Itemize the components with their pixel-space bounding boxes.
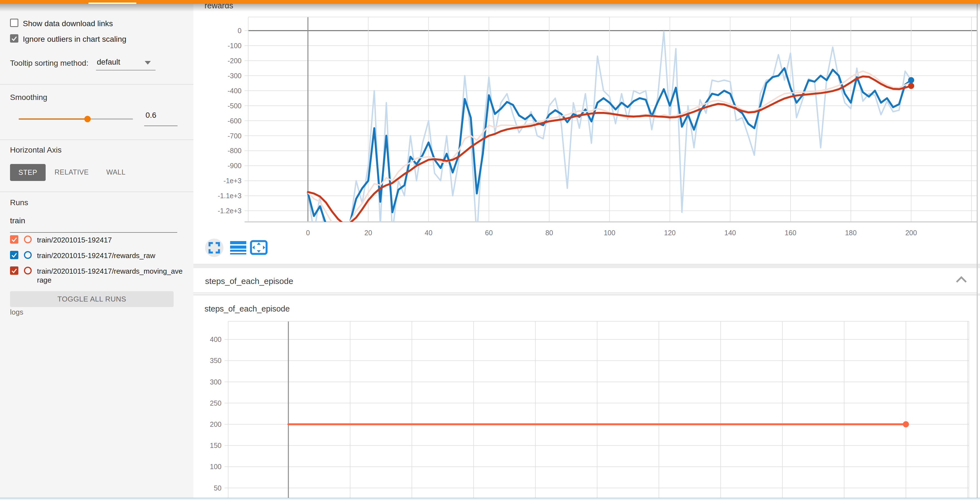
- check-icon: [11, 35, 18, 42]
- runs-label: Runs: [10, 198, 28, 207]
- settings-sidebar: Show data download links Ignore outliers…: [0, 4, 193, 498]
- ignore-outliers-checkbox[interactable]: [10, 34, 18, 43]
- svg-text:400: 400: [210, 336, 221, 343]
- tooltip-sorting-label: Tooltip sorting method:: [10, 59, 89, 68]
- axis-wall-button[interactable]: WALL: [106, 168, 126, 176]
- smoothing-value-underline: [144, 126, 178, 126]
- svg-text:-1.2e+3: -1.2e+3: [218, 207, 242, 215]
- run-color-ring[interactable]: [24, 236, 32, 243]
- divider: [0, 140, 193, 140]
- active-tab-underline: [89, 3, 136, 4]
- run-row-label: train/20201015-192417/rewards_moving_ave…: [37, 267, 184, 285]
- chevron-down-icon[interactable]: [145, 61, 151, 65]
- axis-step-button[interactable]: STEP: [10, 164, 46, 181]
- steps-chart[interactable]: 40035030025020015010050: [210, 321, 969, 498]
- toggle-all-runs-button[interactable]: TOGGLE ALL RUNS: [10, 291, 173, 307]
- steps-section-title: steps_of_each_episode: [205, 277, 293, 286]
- run-color-ring[interactable]: [24, 251, 32, 259]
- svg-text:-500: -500: [228, 102, 242, 110]
- toggle-log-axis-button[interactable]: [230, 241, 246, 255]
- show-data-download-links-label: Show data download links: [23, 19, 113, 28]
- ignore-outliers-label: Ignore outliers in chart scaling: [23, 35, 126, 44]
- tooltip-sorting-select[interactable]: default: [97, 57, 120, 67]
- fit-to-box-icon: [250, 240, 268, 255]
- lines-icon: [230, 241, 246, 255]
- show-data-download-links-checkbox[interactable]: [10, 19, 18, 27]
- svg-text:200: 200: [905, 229, 917, 237]
- run-checkbox[interactable]: [10, 266, 18, 275]
- svg-text:0: 0: [238, 27, 242, 35]
- svg-text:300: 300: [210, 378, 221, 386]
- svg-text:-900: -900: [228, 162, 242, 170]
- smoothing-label: Smoothing: [10, 93, 47, 102]
- svg-text:-1e+3: -1e+3: [223, 177, 242, 185]
- svg-text:60: 60: [485, 229, 493, 237]
- card-gap: [193, 293, 980, 296]
- divider: [0, 84, 193, 84]
- tooltip-sorting-underline: [96, 70, 156, 70]
- svg-text:350: 350: [210, 357, 221, 365]
- svg-text:180: 180: [845, 229, 857, 237]
- fullscreen-icon: [205, 239, 223, 257]
- expand-chart-button[interactable]: [205, 239, 223, 257]
- app-toolbar: [0, 0, 980, 4]
- svg-text:-400: -400: [228, 87, 242, 95]
- smoothing-value[interactable]: 0.6: [146, 111, 156, 120]
- run-row-label: train/20201015-192417/rewards_raw: [37, 252, 184, 260]
- run-checkbox[interactable]: [10, 251, 18, 259]
- run-color-ring[interactable]: [24, 267, 32, 274]
- svg-text:50: 50: [214, 484, 221, 492]
- logs-label: logs: [10, 308, 23, 317]
- divider: [0, 191, 193, 192]
- card-gap: [193, 264, 980, 268]
- smoothing-slider[interactable]: [19, 118, 133, 120]
- steps-section-header[interactable]: steps_of_each_episode: [193, 268, 977, 293]
- svg-text:150: 150: [210, 441, 221, 449]
- run-row-label: train/20201015-192417: [37, 236, 184, 245]
- smoothing-slider-fill: [19, 118, 88, 120]
- svg-text:140: 140: [724, 229, 736, 237]
- svg-text:160: 160: [785, 229, 796, 237]
- run-checkbox[interactable]: [10, 235, 18, 244]
- horizontal-axis-label: Horizontal Axis: [10, 146, 62, 154]
- svg-text:-1.1e+3: -1.1e+3: [218, 192, 242, 200]
- chevron-up-icon[interactable]: [955, 275, 968, 285]
- scrollbar-track[interactable]: [977, 4, 978, 498]
- svg-text:0: 0: [306, 229, 310, 237]
- svg-text:-600: -600: [228, 117, 242, 125]
- steps-chart-title: steps_of_each_episode: [205, 304, 290, 314]
- svg-text:80: 80: [546, 229, 553, 237]
- svg-text:250: 250: [210, 399, 221, 407]
- runs-filter-underline: [10, 232, 177, 233]
- svg-text:20: 20: [364, 229, 372, 237]
- svg-text:-700: -700: [228, 132, 242, 140]
- page-bottom-edge: [0, 498, 980, 500]
- svg-text:120: 120: [664, 229, 676, 237]
- svg-text:100: 100: [210, 463, 221, 470]
- svg-text:-300: -300: [228, 72, 242, 80]
- runs-filter-input[interactable]: train: [10, 216, 25, 225]
- svg-text:100: 100: [604, 229, 616, 237]
- smoothing-slider-knob[interactable]: [84, 116, 91, 122]
- svg-text:-200: -200: [228, 57, 242, 65]
- axis-relative-button[interactable]: RELATIVE: [54, 168, 89, 176]
- svg-text:40: 40: [425, 229, 433, 237]
- svg-text:-100: -100: [228, 42, 242, 49]
- svg-text:200: 200: [210, 420, 221, 428]
- fit-domain-button[interactable]: [250, 240, 268, 255]
- rewards-chart[interactable]: 0-100-200-300-400-500-600-700-800-900-1e…: [218, 17, 978, 244]
- svg-text:-800: -800: [228, 147, 242, 154]
